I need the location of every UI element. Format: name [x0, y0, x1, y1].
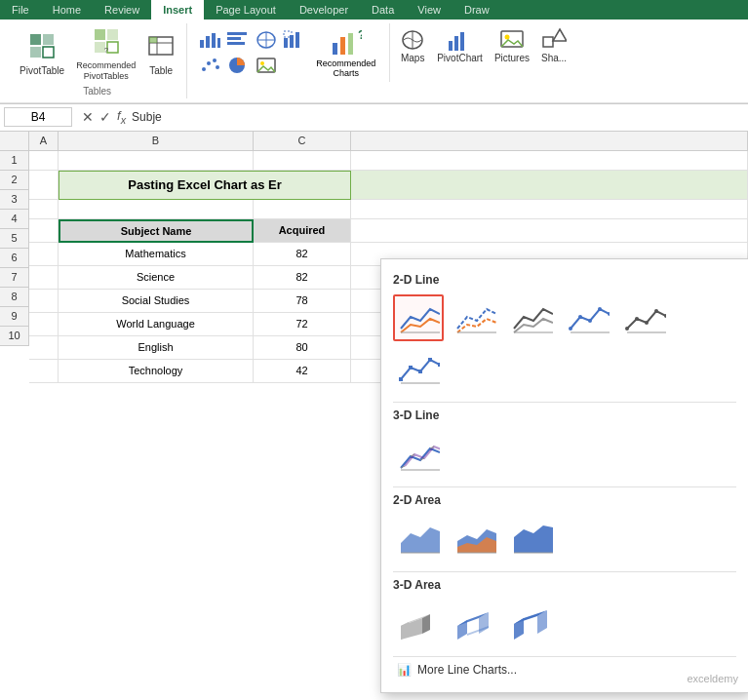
tab-view[interactable]: View: [406, 0, 453, 19]
pie-chart-button[interactable]: [224, 54, 250, 77]
divider-2: [393, 486, 736, 487]
cell-B9[interactable]: English: [59, 336, 254, 360]
tab-developer[interactable]: Developer: [288, 0, 360, 19]
cell-A9[interactable]: [29, 336, 59, 360]
area-3d-chart-2[interactable]: [450, 600, 500, 646]
cell-B3[interactable]: [59, 200, 254, 219]
more-buttons-group: Maps PivotChart Pictures Sha...: [392, 23, 574, 68]
cell-A5[interactable]: [29, 243, 59, 266]
pivot-chart-label: PivotChart: [437, 53, 483, 64]
tab-review[interactable]: Review: [93, 0, 151, 19]
cell-C10[interactable]: 42: [254, 360, 351, 383]
confirm-formula-icon[interactable]: ✓: [99, 109, 111, 125]
tab-page-layout[interactable]: Page Layout: [204, 0, 288, 19]
bar-chart-button2[interactable]: [224, 28, 250, 52]
cancel-formula-icon[interactable]: ✕: [82, 109, 94, 125]
cell-B5[interactable]: Mathematics: [59, 243, 254, 266]
cell-B4[interactable]: Subject Name: [59, 219, 254, 243]
cell-C7[interactable]: 78: [254, 290, 351, 313]
cell-B6[interactable]: Science: [59, 266, 254, 290]
recommended-charts-button[interactable]: ? RecommendedCharts: [310, 25, 381, 80]
area-3d-chart-3[interactable]: [506, 600, 557, 646]
cell-B7[interactable]: Social Studies: [59, 290, 254, 313]
row-num-6[interactable]: 6: [0, 249, 29, 268]
cell-C6[interactable]: 82: [254, 266, 351, 290]
charts-group-items: ? RecommendedCharts: [197, 25, 381, 80]
tab-home[interactable]: Home: [41, 0, 93, 19]
line-2d-chart-6[interactable]: [393, 345, 444, 392]
cell-rest-2: [351, 171, 748, 200]
cell-A2[interactable]: [29, 171, 59, 200]
svg-rect-63: [399, 377, 403, 381]
divider-1: [393, 402, 736, 403]
cell-A3[interactable]: [29, 200, 59, 219]
svg-rect-1: [43, 34, 54, 45]
more-line-charts-button[interactable]: 📊 More Line Charts...: [393, 656, 736, 682]
cell-C3[interactable]: [254, 200, 351, 219]
tab-data[interactable]: Data: [360, 0, 406, 19]
row-num-7[interactable]: 7: [0, 268, 29, 288]
area-2d-chart-2[interactable]: [450, 515, 500, 562]
line-2d-chart-4[interactable]: [563, 294, 613, 341]
row-num-8[interactable]: 8: [0, 288, 29, 307]
grid-row-3: [29, 200, 748, 219]
cell-C1[interactable]: [254, 151, 351, 171]
pivot-chart-btn[interactable]: PivotChart: [433, 25, 487, 66]
shapes-label: Sha...: [541, 53, 567, 64]
line-2d-chart-3[interactable]: [506, 294, 557, 341]
cell-A1[interactable]: [29, 151, 59, 171]
row-num-10[interactable]: 10: [0, 327, 29, 346]
svg-rect-30: [295, 32, 299, 48]
row-num-2[interactable]: 2: [0, 171, 29, 190]
row-numbers: 1 2 3 4 5 6 7 8 9 10: [0, 151, 29, 383]
row-num-1[interactable]: 1: [0, 151, 29, 171]
row-num-5[interactable]: 5: [0, 229, 29, 249]
table-button[interactable]: Table: [143, 30, 178, 79]
scatter-chart-button[interactable]: [197, 54, 222, 77]
cell-A7[interactable]: [29, 290, 59, 313]
recommended-charts-label: RecommendedCharts: [316, 58, 375, 78]
area-3d-chart-1[interactable]: [393, 600, 444, 646]
pivot-table-button[interactable]: PivotTable: [16, 30, 68, 79]
cell-reference-box[interactable]: [4, 107, 72, 127]
cell-B1[interactable]: [59, 151, 254, 171]
row-num-9[interactable]: 9: [0, 307, 29, 327]
col-header-C[interactable]: C: [254, 132, 351, 151]
cell-B8[interactable]: World Language: [59, 313, 254, 336]
cell-C9[interactable]: 80: [254, 336, 351, 360]
svg-rect-0: [30, 34, 41, 45]
tab-file[interactable]: File: [0, 0, 41, 19]
recommended-pivot-tables-button[interactable]: ? RecommendedPivotTables: [72, 25, 139, 84]
col-header-B[interactable]: B: [59, 132, 254, 151]
pictures-button[interactable]: [254, 54, 279, 77]
cell-A6[interactable]: [29, 266, 59, 290]
map-button[interactable]: [254, 28, 279, 52]
tab-insert[interactable]: Insert: [151, 0, 204, 19]
svg-rect-16: [217, 38, 220, 48]
row-num-4[interactable]: 4: [0, 210, 29, 229]
line-3d-chart-1[interactable]: [393, 430, 444, 477]
maps-btn[interactable]: Maps: [396, 25, 429, 66]
line-2d-chart-5[interactable]: [619, 294, 670, 341]
cell-rest-4: [351, 219, 748, 243]
shapes-btn[interactable]: Sha...: [537, 25, 571, 66]
pictures-btn[interactable]: Pictures: [491, 25, 533, 66]
cell-B2-title[interactable]: Pasting Excel Chart as Er: [59, 171, 351, 200]
line-2d-chart-2[interactable]: [450, 294, 500, 341]
area-2d-chart-1[interactable]: [393, 515, 444, 562]
cell-A4[interactable]: [29, 219, 59, 243]
pivot-chart-button[interactable]: [281, 28, 306, 52]
bar-chart-button[interactable]: [197, 28, 222, 52]
svg-rect-13: [200, 40, 204, 48]
row-num-3[interactable]: 3: [0, 190, 29, 210]
tab-draw[interactable]: Draw: [453, 0, 501, 19]
cell-A8[interactable]: [29, 313, 59, 336]
line-2d-chart-1[interactable]: [393, 294, 444, 341]
cell-C4[interactable]: Acquired: [254, 219, 351, 243]
cell-C8[interactable]: 72: [254, 313, 351, 336]
cell-A10[interactable]: [29, 360, 59, 383]
col-header-A[interactable]: A: [29, 132, 59, 151]
cell-C5[interactable]: 82: [254, 243, 351, 266]
area-2d-chart-3[interactable]: [506, 515, 557, 562]
cell-B10[interactable]: Technology: [59, 360, 254, 383]
